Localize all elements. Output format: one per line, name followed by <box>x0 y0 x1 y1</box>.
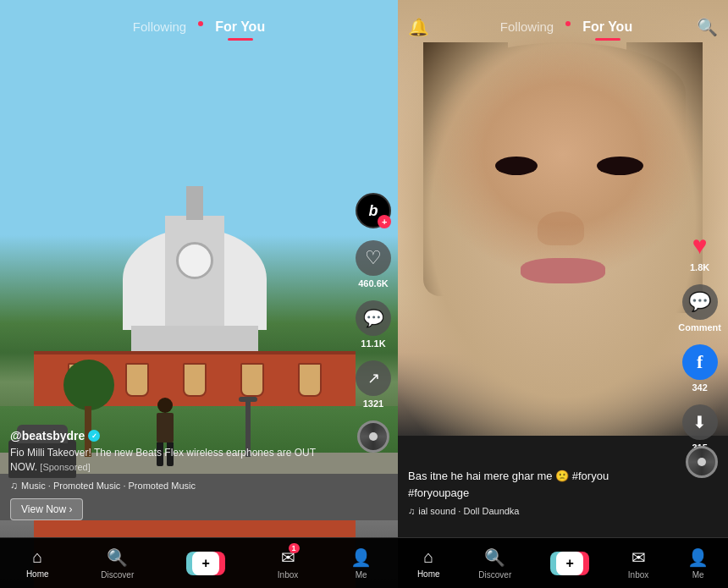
inbox-label-right: Inbox <box>628 570 648 580</box>
beats-avatar-action[interactable]: b + <box>356 193 391 228</box>
right-header: 🔔 Following For You 🔍 <box>398 0 728 47</box>
beats-follow-plus: + <box>378 215 391 228</box>
inbox-icon: ✉ 1 <box>281 547 295 568</box>
search-icon[interactable]: 🔍 <box>697 17 718 37</box>
nav-home-left[interactable]: ⌂ Home <box>26 547 49 579</box>
comment-label-right: Comment <box>678 322 721 332</box>
add-button-left[interactable]: + <box>186 551 225 576</box>
right-bottom-info: Bas itne he hai mere ghar me 🙁 #foryou #… <box>398 459 677 525</box>
me-icon-right: 👤 <box>687 547 709 568</box>
right-caption: Bas itne he hai mere ghar me 🙁 #foryou #… <box>408 468 667 501</box>
discover-label-left: Discover <box>101 570 134 580</box>
tree-top <box>63 360 114 410</box>
me-label-right: Me <box>692 570 704 580</box>
like-count-right: 1.8K <box>690 262 709 272</box>
music-label-left: Music · Promoted Music · Promoted Music <box>21 481 196 491</box>
music-disc-left <box>357 420 389 453</box>
person-head <box>157 398 173 413</box>
inbox-icon-right: ✉ <box>631 547 646 568</box>
nav-me-right[interactable]: 👤 Me <box>687 547 709 580</box>
comment-icon-right: 💬 <box>682 284 718 320</box>
nav-inbox-right[interactable]: ✉ Inbox <box>628 547 648 580</box>
music-note-icon: ♫ <box>10 480 18 492</box>
share-count-left: 1321 <box>363 398 383 409</box>
bell-icon[interactable]: 🔔 <box>408 17 429 37</box>
like-count-left: 460.6K <box>358 278 388 289</box>
beats-logo: b + <box>356 193 391 228</box>
record-center-right <box>698 458 706 466</box>
tab-for-you-left[interactable]: For You <box>208 16 272 38</box>
heart-icon-right: ♥ <box>692 231 708 260</box>
left-side-actions: b + ♡ 460.6K 💬 11.1K ↗ 1321 <box>356 193 391 453</box>
inbox-badge: 1 <box>289 543 300 553</box>
facebook-share-action[interactable]: f 342 <box>682 344 718 393</box>
tab-for-you-right[interactable]: For You <box>576 16 639 38</box>
right-music-info: ♫ ial sound · Doll Daundka <box>408 506 667 516</box>
eye-right <box>597 157 643 175</box>
music-disc-action-left[interactable] <box>357 420 389 453</box>
like-action-right[interactable]: ♥ 1.8K <box>690 231 709 272</box>
me-label-left: Me <box>356 570 367 580</box>
building-window <box>183 363 207 397</box>
nav-dot-right <box>565 21 571 26</box>
sponsored-tag: [Sponsored] <box>40 462 90 472</box>
view-now-button[interactable]: View Now › <box>10 498 83 520</box>
left-video-description: Fio Milli Takeover! The new Beats Flex w… <box>10 446 345 475</box>
lips <box>521 258 605 283</box>
facebook-icon: f <box>682 344 718 380</box>
eye-left <box>495 157 538 175</box>
like-icon-left: ♡ <box>356 240 391 276</box>
building-window <box>240 363 264 397</box>
nav-me-left[interactable]: 👤 Me <box>350 547 372 580</box>
add-btn-center: + <box>192 552 219 575</box>
share-icon-left: ↗ <box>356 360 391 396</box>
nose <box>538 212 584 245</box>
like-action-left[interactable]: ♡ 460.6K <box>356 240 391 289</box>
home-label-left: Home <box>26 569 49 579</box>
left-bottom-nav: ⌂ Home 🔍 Discover + ✉ 1 Inbox 👤 Me <box>0 537 398 588</box>
add-button-right[interactable]: + <box>550 551 589 576</box>
tab-following-right[interactable]: Following <box>494 16 560 37</box>
music-label-right: ial sound · Doll Daundka <box>418 506 519 516</box>
verified-badge-left: ✓ <box>88 430 100 442</box>
music-disc-right[interactable] <box>686 446 718 478</box>
nav-home-right[interactable]: ⌂ Home <box>417 547 440 579</box>
comment-icon-left: 💬 <box>356 300 391 336</box>
dome-base <box>131 326 258 351</box>
right-phone: 🔔 Following For You 🔍 ♥ 1.8K 💬 Comment f… <box>398 0 728 588</box>
dome-spire <box>186 186 203 220</box>
me-icon-left: 👤 <box>350 547 372 568</box>
right-side-actions: ♥ 1.8K 💬 Comment f 342 ⬇ 315 <box>678 231 721 453</box>
nav-discover-left[interactable]: 🔍 Discover <box>101 547 134 580</box>
lamppost-top <box>239 397 257 402</box>
left-username[interactable]: @beatsbydre ✓ <box>10 429 345 442</box>
tab-following-left[interactable]: Following <box>126 16 193 37</box>
right-nav-tabs: Following For You <box>436 16 697 38</box>
comment-count-left: 11.1K <box>361 338 385 349</box>
home-icon-right: ⌂ <box>423 547 433 567</box>
home-label-right: Home <box>417 569 440 579</box>
comment-action-right[interactable]: 💬 Comment <box>678 284 721 332</box>
music-note-right: ♫ <box>408 506 415 516</box>
fb-share-count: 342 <box>692 382 707 393</box>
left-phone: Following For You b + ♡ 460.6K 💬 11.1K <box>0 0 398 588</box>
nav-discover-right[interactable]: 🔍 Discover <box>478 547 511 580</box>
left-bottom-info: @beatsbydre ✓ Fio Milli Takeover! The ne… <box>0 420 356 529</box>
download-icon: ⬇ <box>682 404 718 440</box>
discover-label-right: Discover <box>478 570 511 580</box>
home-icon: ⌂ <box>32 547 42 567</box>
right-bottom-nav: ⌂ Home 🔍 Discover + ✉ Inbox 👤 Me <box>398 537 728 588</box>
left-music-info: ♫ Music · Promoted Music · Promoted Musi… <box>10 480 345 492</box>
share-action-left[interactable]: ↗ 1321 <box>356 360 391 409</box>
discover-icon-right: 🔍 <box>484 547 505 568</box>
add-btn-center-right: + <box>556 552 583 575</box>
building-window <box>298 363 322 397</box>
inbox-label-left: Inbox <box>278 570 298 580</box>
comment-action-left[interactable]: 💬 11.1K <box>356 300 391 349</box>
nav-add-right[interactable]: + <box>550 551 589 576</box>
clock-face <box>176 242 213 279</box>
left-header: Following For You <box>0 0 398 47</box>
nav-add-left[interactable]: + <box>186 551 225 576</box>
nav-inbox-left[interactable]: ✉ 1 Inbox <box>278 547 298 580</box>
discover-icon: 🔍 <box>107 547 128 568</box>
